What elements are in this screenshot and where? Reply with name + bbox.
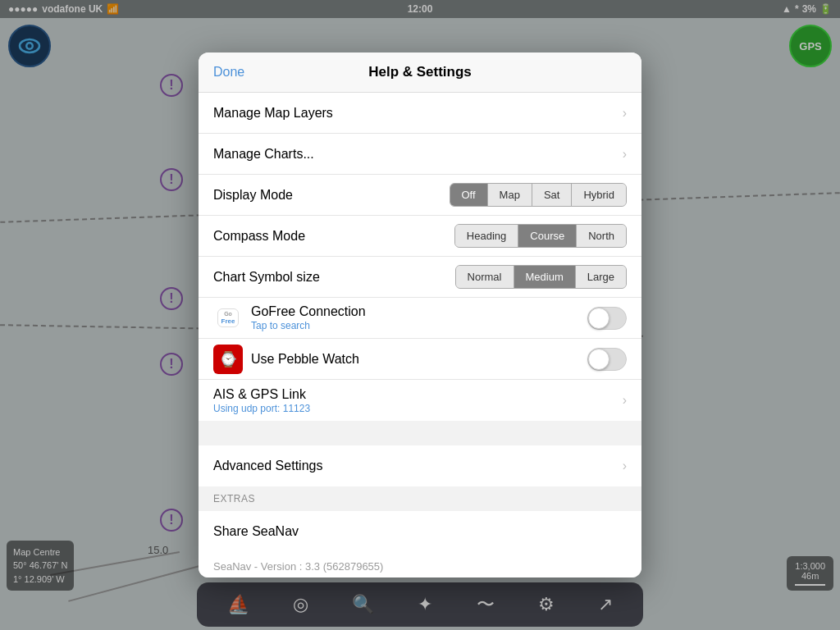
display-mode-label: Display Mode [213, 188, 441, 203]
gofree-row: Go Free GoFree Connection Tap to search [199, 298, 641, 339]
ais-gps-text: AIS & GPS Link Using udp port: 11123 [213, 387, 614, 414]
gofree-icon: Go Free [213, 304, 243, 333]
manage-charts-label: Manage Charts... [213, 147, 614, 162]
chart-symbol-control[interactable]: Normal Medium Large [455, 265, 627, 289]
ais-gps-row[interactable]: AIS & GPS Link Using udp port: 11123 › [199, 380, 641, 421]
chevron-icon-2: › [623, 147, 627, 162]
modal-header: Done Help & Settings [199, 52, 641, 93]
share-seanav-label: Share SeaNav [213, 524, 627, 539]
display-off-btn[interactable]: Off [450, 184, 488, 206]
symbol-normal-btn[interactable]: Normal [456, 266, 514, 288]
advanced-settings-label: Advanced Settings [213, 459, 614, 473]
pebble-toggle[interactable] [587, 348, 627, 371]
gofree-text: GoFree Connection Tap to search [251, 304, 579, 331]
compass-mode-label: Compass Mode [213, 229, 446, 244]
version-text: SeaNav - Version : 3.3 (562879655) [199, 552, 641, 578]
symbol-medium-btn[interactable]: Medium [514, 266, 576, 288]
settings-section-advanced: Advanced Settings › [199, 445, 641, 486]
pebble-icon: ⌚ [213, 345, 243, 374]
settings-section-extras: Share SeaNav [199, 511, 641, 552]
manage-map-layers-label: Manage Map Layers [213, 106, 614, 121]
done-button[interactable]: Done [213, 65, 244, 80]
compass-mode-control[interactable]: Heading Course North [454, 224, 627, 248]
display-mode-control[interactable]: Off Map Sat Hybrid [450, 183, 628, 207]
share-seanav-row[interactable]: Share SeaNav [199, 511, 641, 552]
pebble-watch-row: ⌚ Use Pebble Watch [199, 339, 641, 380]
compass-course-btn[interactable]: Course [518, 225, 577, 247]
display-hybrid-btn[interactable]: Hybrid [572, 184, 626, 206]
compass-heading-btn[interactable]: Heading [455, 225, 518, 247]
chevron-icon-1: › [623, 106, 627, 121]
display-map-btn[interactable]: Map [488, 184, 532, 206]
modal-overlay: Done Help & Settings Manage Map Layers ›… [0, 0, 840, 630]
display-mode-row: Display Mode Off Map Sat Hybrid [199, 175, 641, 216]
gofree-sublabel: Tap to search [251, 320, 579, 331]
ais-gps-sublabel: Using udp port: 11123 [213, 403, 614, 414]
display-sat-btn[interactable]: Sat [532, 184, 573, 206]
gofree-toggle[interactable] [587, 307, 627, 330]
settings-section-main: Manage Map Layers › Manage Charts... › D… [199, 93, 641, 421]
section-separator-1 [199, 421, 641, 445]
advanced-settings-row[interactable]: Advanced Settings › [199, 445, 641, 486]
compass-north-btn[interactable]: North [577, 225, 626, 247]
chart-symbol-size-label: Chart Symbol size [213, 270, 447, 285]
gofree-toggle-knob [588, 308, 609, 329]
pebble-toggle-knob [588, 349, 609, 370]
ais-gps-label: AIS & GPS Link [213, 387, 614, 402]
gofree-label: GoFree Connection [251, 304, 579, 319]
chevron-icon-4: › [623, 459, 627, 473]
section-separator-2: EXTRAS [199, 486, 641, 511]
gofree-logo: Go Free [217, 308, 240, 328]
pebble-watch-label: Use Pebble Watch [251, 352, 579, 367]
chevron-icon-3: › [623, 393, 627, 408]
manage-charts-row[interactable]: Manage Charts... › [199, 134, 641, 175]
help-settings-modal: Done Help & Settings Manage Map Layers ›… [199, 52, 641, 578]
chart-symbol-size-row: Chart Symbol size Normal Medium Large [199, 257, 641, 298]
symbol-large-btn[interactable]: Large [576, 266, 626, 288]
compass-mode-row: Compass Mode Heading Course North [199, 216, 641, 257]
extras-header: EXTRAS [199, 486, 641, 508]
modal-title: Help & Settings [368, 64, 472, 80]
manage-map-layers-row[interactable]: Manage Map Layers › [199, 93, 641, 134]
